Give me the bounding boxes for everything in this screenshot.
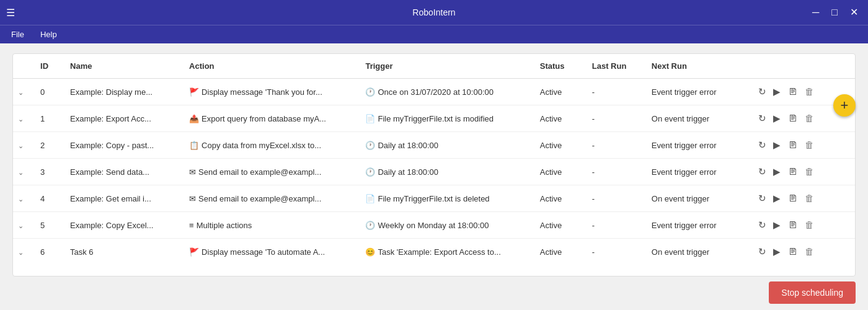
col-action: Action: [184, 54, 360, 79]
action-icon: ≡: [189, 221, 194, 230]
edit-button[interactable]: 🖹: [786, 85, 800, 98]
task-action: 📋Copy data from myExcel.xlsx to...: [184, 132, 360, 159]
stop-scheduling-button[interactable]: Stop scheduling: [769, 281, 856, 304]
reload-button[interactable]: ↻: [756, 85, 769, 99]
menu-help[interactable]: Help: [35, 29, 62, 40]
menu-file[interactable]: File: [6, 29, 29, 40]
window-controls: ─ □ ✕: [808, 6, 862, 19]
delete-button[interactable]: 🗑: [802, 245, 817, 258]
run-button[interactable]: ▶: [771, 112, 783, 125]
task-id: 3: [35, 159, 65, 185]
expand-cell: ⌄: [13, 79, 35, 105]
trigger-icon: 🕐: [365, 167, 375, 177]
task-status: Active: [535, 132, 587, 159]
task-id: 4: [35, 185, 65, 212]
task-lastrun: -: [587, 185, 647, 212]
task-status: Active: [535, 159, 587, 185]
edit-button[interactable]: 🖹: [786, 112, 800, 125]
task-status: Active: [535, 212, 587, 239]
edit-button[interactable]: 🖹: [786, 138, 800, 151]
run-button[interactable]: ▶: [771, 245, 783, 259]
reload-button[interactable]: ↻: [756, 218, 769, 232]
table-body: ⌄ 0 Example: Display me... 🚩Display mess…: [13, 79, 855, 265]
expand-icon[interactable]: ⌄: [18, 89, 24, 96]
task-action: ✉Send email to example@exampl...: [184, 185, 360, 212]
app-title: RoboIntern: [412, 7, 455, 17]
minimize-button[interactable]: ─: [808, 6, 823, 19]
expand-icon[interactable]: ⌄: [18, 115, 24, 123]
edit-button[interactable]: 🖹: [786, 192, 800, 205]
delete-button[interactable]: 🗑: [802, 138, 817, 151]
add-task-button[interactable]: +: [833, 94, 856, 117]
delete-button[interactable]: 🗑: [802, 165, 817, 178]
expand-cell: ⌄: [13, 239, 35, 265]
task-name: Example: Send data...: [65, 159, 184, 185]
run-button[interactable]: ▶: [771, 138, 783, 152]
task-status: Active: [535, 239, 587, 265]
close-button[interactable]: ✕: [846, 6, 862, 19]
task-status: Active: [535, 105, 587, 132]
expand-icon[interactable]: ⌄: [18, 249, 24, 256]
task-id: 0: [35, 79, 65, 105]
delete-button[interactable]: 🗑: [802, 112, 817, 125]
task-name: Example: Export Acc...: [65, 105, 184, 132]
task-action: 🚩Display message 'Thank you for...: [184, 79, 360, 105]
expand-icon[interactable]: ⌄: [18, 169, 24, 176]
expand-cell: ⌄: [13, 185, 35, 212]
expand-icon[interactable]: ⌄: [18, 222, 24, 229]
task-id: 2: [35, 132, 65, 159]
task-trigger: 📄File myTriggerFile.txt is deleted: [360, 185, 534, 212]
task-table: ID Name Action Trigger Status Last Run N…: [13, 54, 855, 265]
task-name: Example: Get email i...: [65, 185, 184, 212]
title-bar: ☰ RoboIntern ─ □ ✕: [0, 0, 868, 25]
task-trigger: 📄File myTriggerFile.txt is modified: [360, 105, 534, 132]
edit-button[interactable]: 🖹: [786, 165, 800, 178]
menu-bar: File Help: [0, 25, 868, 43]
task-status: Active: [535, 185, 587, 212]
edit-button[interactable]: 🖹: [786, 245, 800, 258]
run-button[interactable]: ▶: [771, 218, 783, 232]
col-name: Name: [65, 54, 184, 79]
reload-button[interactable]: ↻: [756, 165, 769, 179]
bottom-bar: Stop scheduling: [769, 281, 856, 304]
task-status: Active: [535, 79, 587, 105]
task-nextrun: On event trigger: [647, 185, 751, 212]
trigger-icon: 🕐: [365, 87, 375, 97]
reload-button[interactable]: ↻: [756, 138, 769, 152]
task-lastrun: -: [587, 132, 647, 159]
action-icon: ✉: [189, 194, 196, 203]
task-lastrun: -: [587, 212, 647, 239]
run-button[interactable]: ▶: [771, 192, 783, 205]
expand-cell: ⌄: [13, 105, 35, 132]
action-icon: 🚩: [189, 247, 199, 257]
delete-button[interactable]: 🗑: [802, 218, 817, 231]
run-button[interactable]: ▶: [771, 165, 783, 179]
trigger-icon: 🕐: [365, 141, 375, 150]
table-header: ID Name Action Trigger Status Last Run N…: [13, 54, 855, 79]
task-id: 1: [35, 105, 65, 132]
task-nextrun: On event trigger: [647, 239, 751, 265]
menu-icon[interactable]: ☰: [6, 7, 15, 19]
add-button-container: +: [833, 94, 856, 117]
task-action: ✉Send email to example@exampl...: [184, 159, 360, 185]
task-controls: ↻ ▶ 🖹 🗑: [751, 212, 855, 239]
delete-button[interactable]: 🗑: [802, 192, 817, 205]
task-lastrun: -: [587, 239, 647, 265]
expand-icon[interactable]: ⌄: [18, 195, 24, 203]
task-controls: ↻ ▶ 🖹 🗑: [751, 132, 855, 159]
expand-cell: ⌄: [13, 132, 35, 159]
reload-button[interactable]: ↻: [756, 245, 769, 259]
reload-button[interactable]: ↻: [756, 112, 769, 125]
trigger-icon: 📄: [365, 194, 375, 203]
table-row: ⌄ 6 Task 6 🚩Display message 'To automate…: [13, 239, 855, 265]
reload-button[interactable]: ↻: [756, 192, 769, 205]
maximize-button[interactable]: □: [828, 6, 841, 19]
task-trigger: 🕐Weekly on Monday at 18:00:00: [360, 212, 534, 239]
trigger-icon: 😊: [365, 247, 375, 257]
table-row: ⌄ 4 Example: Get email i... ✉Send email …: [13, 185, 855, 212]
expand-icon[interactable]: ⌄: [18, 142, 24, 149]
edit-button[interactable]: 🖹: [786, 218, 800, 231]
run-button[interactable]: ▶: [771, 85, 783, 99]
task-name: Task 6: [65, 239, 184, 265]
delete-button[interactable]: 🗑: [802, 85, 817, 98]
